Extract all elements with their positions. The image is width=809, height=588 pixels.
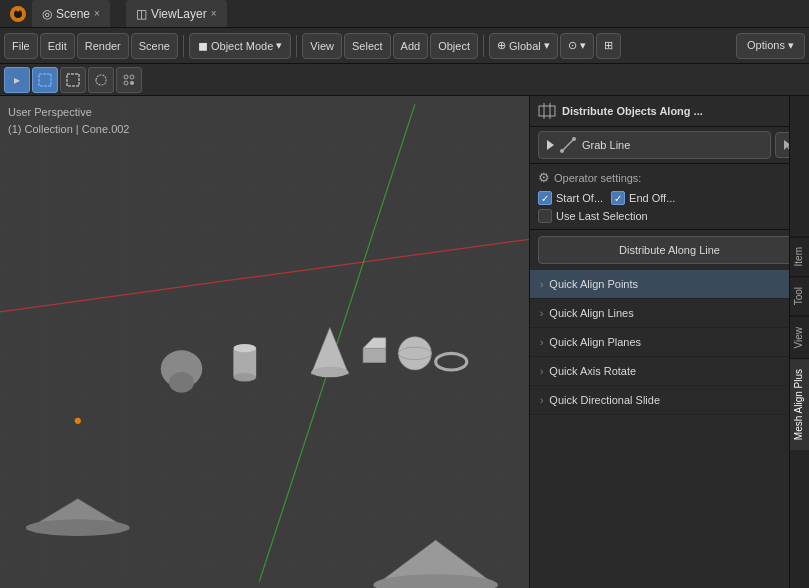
menu-item-label: Quick Axis Rotate xyxy=(549,365,636,377)
snap-icon: ⊞ xyxy=(604,39,613,52)
menu-item-label: Quick Align Planes xyxy=(549,336,641,348)
mesh-align-tab[interactable]: Mesh Align Plus xyxy=(790,358,809,450)
menu-item[interactable]: › Quick Directional Slide xyxy=(530,386,809,415)
grab-line-btn[interactable]: Grab Line xyxy=(538,131,771,159)
object-mode-icon: ◼ xyxy=(198,39,208,53)
viewlayer-tab-close[interactable]: × xyxy=(211,8,217,19)
gear-icon: ⚙ xyxy=(538,170,550,185)
render-label: Render xyxy=(85,40,121,52)
menu-chevron-icon: › xyxy=(540,395,543,406)
svg-point-30 xyxy=(75,418,81,424)
transform-select[interactable]: ⊕ Global ▾ xyxy=(489,33,558,59)
svg-point-23 xyxy=(311,367,348,377)
scene-menu[interactable]: Scene xyxy=(131,33,178,59)
snap-btn[interactable]: ⊞ xyxy=(596,33,621,59)
item-tab[interactable]: Item xyxy=(790,236,809,276)
end-offset-checkbox[interactable]: ✓ xyxy=(611,191,625,205)
tool-tab-label: Tool xyxy=(793,287,804,305)
menu-item[interactable]: › Quick Align Points xyxy=(530,270,809,299)
svg-rect-24 xyxy=(363,348,386,363)
scene-tab-label: Scene xyxy=(56,7,90,21)
main-toolbar: File Edit Render Scene ◼ Object Mode ▾ V… xyxy=(0,28,809,64)
menu-item-left-0: › Quick Align Points xyxy=(540,278,638,290)
viewlayer-tab[interactable]: ◫ ViewLayer × xyxy=(126,0,227,27)
options-label: Options ▾ xyxy=(747,39,794,52)
svg-point-2 xyxy=(17,8,20,11)
object-label: Object xyxy=(438,40,470,52)
line-icon xyxy=(560,137,576,153)
svg-point-29 xyxy=(443,358,460,366)
svg-line-11 xyxy=(0,239,529,312)
use-last-row: Use Last Selection xyxy=(538,209,801,223)
svg-point-27 xyxy=(398,347,431,359)
select-menu[interactable]: Select xyxy=(344,33,391,59)
add-menu[interactable]: Add xyxy=(393,33,429,59)
panel-header: Distribute Objects Along ... xyxy=(530,96,809,127)
title-bar: ◎ Scene × ◫ ViewLayer × xyxy=(0,0,809,28)
svg-point-37 xyxy=(572,137,576,141)
file-menu[interactable]: File xyxy=(4,33,38,59)
select-tool-btn[interactable]: ▸ xyxy=(4,67,30,93)
use-last-checkbox[interactable] xyxy=(538,209,552,223)
svg-point-14 xyxy=(26,519,130,536)
svg-rect-10 xyxy=(0,104,529,581)
right-panel: Distribute Objects Along ... Grab Line xyxy=(529,96,809,588)
viewport[interactable]: User Perspective (1) Collection | Cone.0… xyxy=(0,96,529,588)
grab-line-row: Grab Line xyxy=(530,127,809,164)
add-label: Add xyxy=(401,40,421,52)
object-mode-select[interactable]: ◼ Object Mode ▾ xyxy=(189,33,291,59)
render-menu[interactable]: Render xyxy=(77,33,129,59)
menu-item-left-2: › Quick Align Planes xyxy=(540,336,641,348)
select-label: Select xyxy=(352,40,383,52)
menu-item[interactable]: › Quick Axis Rotate xyxy=(530,357,809,386)
viewlayer-tab-label: ViewLayer xyxy=(151,7,207,21)
transform-icon: ⊕ xyxy=(497,39,506,52)
scene-tab[interactable]: ◎ Scene × xyxy=(32,0,110,27)
play-icon xyxy=(547,140,554,150)
svg-point-6 xyxy=(130,75,134,79)
scene-tab-close[interactable]: × xyxy=(94,8,100,19)
scene-menu-label: Scene xyxy=(139,40,170,52)
operator-label: ⚙ Operator settings: xyxy=(538,170,801,185)
viewport-scene xyxy=(0,96,529,588)
distribute-btn-label: Distribute Along Line xyxy=(619,244,720,256)
options-button[interactable]: Options ▾ xyxy=(736,33,805,59)
pivot-btn[interactable]: ⊙ ▾ xyxy=(560,33,594,59)
menu-item[interactable]: › Quick Align Lines xyxy=(530,299,809,328)
use-last-label: Use Last Selection xyxy=(556,210,648,222)
svg-point-20 xyxy=(233,344,256,352)
svg-marker-13 xyxy=(26,499,130,530)
title-bar-right: ◫ ViewLayer × xyxy=(118,0,235,27)
distribute-along-line-btn[interactable]: Distribute Along Line xyxy=(538,236,801,264)
item-tab-label: Item xyxy=(793,247,804,266)
svg-point-8 xyxy=(130,81,134,85)
checkbox-row: ✓ Start Of... ✓ End Off... xyxy=(538,191,801,205)
edit-menu[interactable]: Edit xyxy=(40,33,75,59)
viewport-label: User Perspective (1) Collection | Cone.0… xyxy=(8,104,129,137)
circle-select-btn[interactable] xyxy=(60,67,86,93)
mode-chevron-icon: ▾ xyxy=(276,39,282,52)
transform-chevron-icon: ▾ xyxy=(544,39,550,52)
lasso-select-btn[interactable] xyxy=(88,67,114,93)
box-select-btn[interactable] xyxy=(32,67,58,93)
object-mode-label: Object Mode xyxy=(211,40,273,52)
tool-tab[interactable]: Tool xyxy=(790,276,809,315)
object-menu[interactable]: Object xyxy=(430,33,478,59)
view-tab[interactable]: View xyxy=(790,316,809,359)
start-offset-label: Start Of... xyxy=(556,192,603,204)
svg-line-12 xyxy=(259,104,415,581)
menu-item[interactable]: › Quick Align Planes xyxy=(530,328,809,357)
svg-rect-9 xyxy=(0,104,529,581)
select-all-btn[interactable] xyxy=(116,67,142,93)
svg-point-21 xyxy=(233,373,256,381)
svg-rect-3 xyxy=(39,74,51,86)
menu-chevron-icon: › xyxy=(540,279,543,290)
view-menu[interactable]: View xyxy=(302,33,342,59)
main-area: User Perspective (1) Collection | Cone.0… xyxy=(0,96,809,588)
svg-rect-19 xyxy=(233,348,256,377)
operator-settings-label: Operator settings: xyxy=(554,172,641,184)
view-tab-label: View xyxy=(793,327,804,349)
start-offset-checkbox[interactable]: ✓ xyxy=(538,191,552,205)
collection-label: (1) Collection | Cone.002 xyxy=(8,121,129,138)
blender-logo[interactable] xyxy=(8,4,28,24)
